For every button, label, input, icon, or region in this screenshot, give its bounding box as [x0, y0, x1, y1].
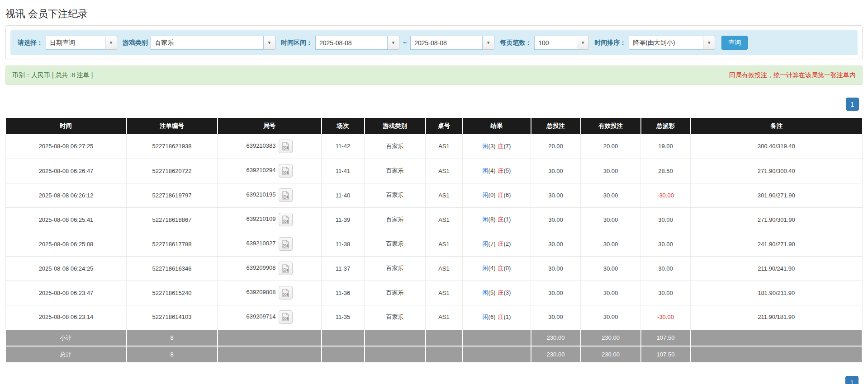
cell-payout: 19.00: [641, 134, 691, 159]
pagination-top: 1: [0, 98, 859, 111]
banker-label: 庄: [498, 216, 504, 223]
player-label: 闲: [483, 192, 489, 198]
video-replay-icon: [282, 240, 289, 248]
valid-bet-notice: 同局有效投注，统一计算在该局第一张注单内: [729, 71, 856, 80]
cell-bet-id: 522718617788: [127, 232, 218, 256]
total-bet-link[interactable]: 30.00: [531, 256, 581, 281]
cell-session: 11-37: [322, 256, 365, 281]
video-replay-icon: [282, 313, 289, 321]
player-label: 闲: [483, 265, 489, 272]
video-replay-button[interactable]: [279, 237, 293, 251]
cell-session: 11-36: [322, 281, 365, 305]
cell-game-type: 百家乐: [365, 305, 426, 329]
cell-bet-id: 522718616346: [127, 256, 218, 281]
cell-note: 211.90/241.90: [691, 256, 863, 281]
banker-label: 庄: [498, 143, 504, 150]
cell-note: 271.90/300.40: [691, 159, 863, 183]
table-header-row: 时间注单编号局号场次游戏类别桌号结果总投注有效投注总派彩备注: [6, 118, 863, 134]
page-size-value[interactable]: [534, 36, 577, 50]
video-replay-button[interactable]: [279, 188, 293, 202]
cell-note: 271.90/301.90: [691, 207, 863, 232]
page-size-select[interactable]: ▼: [534, 36, 589, 50]
date-to-field[interactable]: [410, 36, 483, 50]
cell-payout: 30.00: [641, 232, 691, 256]
summary-bar: 币别：人民币 | 总共 :8 注单 | 同局有效投注，统一计算在该局第一张注单内: [5, 66, 863, 85]
chevron-down-icon[interactable]: ▼: [388, 36, 399, 50]
page-1-button[interactable]: 1: [845, 376, 859, 384]
column-header: 总投注: [531, 118, 581, 134]
player-label: 闲: [483, 216, 489, 223]
round-id-text: 639210383: [246, 142, 275, 149]
chevron-down-icon[interactable]: ▼: [703, 36, 715, 50]
cell-session: 11-35: [322, 305, 365, 329]
total-bet-link[interactable]: 30.00: [531, 305, 581, 329]
search-button[interactable]: 查询: [721, 36, 748, 50]
cell-game-type: 百家乐: [365, 207, 426, 232]
column-header: 局号: [218, 118, 322, 134]
video-replay-button[interactable]: [279, 213, 293, 226]
date-from-picker[interactable]: ▼: [315, 36, 399, 50]
page-1-button[interactable]: 1: [846, 98, 859, 111]
date-from-field[interactable]: [315, 36, 388, 50]
video-replay-button[interactable]: [279, 310, 293, 324]
cell-time: 2025-08-08 06:23:47: [6, 281, 127, 305]
filter-bar: 请选择： ▼ 游戏类别 ▼ 时间区间： ▼ ~ ▼ 每页笔数： ▼ 时间排序： …: [10, 30, 858, 55]
chevron-down-icon[interactable]: ▼: [105, 36, 117, 50]
round-id-text: 639209808: [246, 289, 275, 295]
cell-table-no: AS1: [426, 305, 463, 329]
time-sort-value[interactable]: [629, 36, 703, 50]
total-bet-link[interactable]: 30.00: [531, 207, 581, 232]
date-to-picker[interactable]: ▼: [410, 36, 494, 50]
banker-count: (0): [504, 265, 511, 272]
player-count: (4): [489, 265, 496, 272]
cell-table-no: AS1: [426, 159, 463, 183]
player-count: (4): [489, 167, 496, 174]
total-bet-link[interactable]: 30.00: [531, 159, 581, 183]
cell-table-no: AS1: [426, 232, 463, 256]
cell-game-type: 百家乐: [365, 256, 426, 281]
select-type-label: 请选择：: [18, 39, 43, 47]
chevron-down-icon[interactable]: ▼: [483, 36, 494, 50]
cell-time: 2025-08-08 06:25:41: [6, 207, 127, 232]
chevron-down-icon[interactable]: ▼: [577, 36, 589, 50]
total-payout: 107.50: [641, 346, 691, 363]
query-type-select[interactable]: ▼: [46, 36, 117, 50]
query-type-value[interactable]: [46, 36, 105, 50]
time-sort-select[interactable]: ▼: [629, 36, 715, 50]
game-type-value[interactable]: [151, 36, 264, 50]
cell-payout: 30.00: [641, 207, 691, 232]
player-label: 闲: [483, 167, 489, 174]
cell-valid-bet: 30.00: [581, 305, 641, 329]
video-replay-button[interactable]: [279, 286, 293, 300]
total-bet-link[interactable]: 20.00: [531, 134, 581, 159]
banker-label: 庄: [498, 192, 504, 198]
player-count: (8): [489, 216, 496, 223]
cell-table-no: AS1: [426, 183, 463, 207]
cell-round-id: 639210294: [218, 159, 322, 183]
column-header: 注单编号: [127, 118, 218, 134]
total-bet-link[interactable]: 30.00: [531, 281, 581, 305]
chevron-down-icon[interactable]: ▼: [264, 36, 275, 50]
subtotal-count: 8: [127, 329, 218, 346]
cell-valid-bet: 30.00: [581, 281, 641, 305]
total-bet-link[interactable]: 30.00: [531, 232, 581, 256]
video-replay-button[interactable]: [279, 262, 293, 275]
cell-game-type: 百家乐: [365, 159, 426, 183]
game-type-select[interactable]: ▼: [151, 36, 275, 50]
cell-note: 241.90/271.90: [691, 232, 863, 256]
cell-valid-bet: 30.00: [581, 183, 641, 207]
total-count: 8: [127, 346, 218, 363]
cell-session: 11-41: [322, 159, 365, 183]
total-bet-link[interactable]: 30.00: [531, 183, 581, 207]
cell-payout: -30.00: [641, 183, 691, 207]
player-label: 闲: [483, 289, 489, 296]
cell-table-no: AS1: [426, 281, 463, 305]
cell-valid-bet: 30.00: [581, 207, 641, 232]
cell-round-id: 639209908: [218, 256, 322, 281]
player-label: 闲: [483, 143, 489, 150]
video-replay-button[interactable]: [279, 164, 293, 178]
column-header: 桌号: [426, 118, 463, 134]
cell-valid-bet: 30.00: [581, 159, 641, 183]
round-id-text: 639210294: [246, 167, 275, 173]
video-replay-button[interactable]: [279, 140, 293, 153]
